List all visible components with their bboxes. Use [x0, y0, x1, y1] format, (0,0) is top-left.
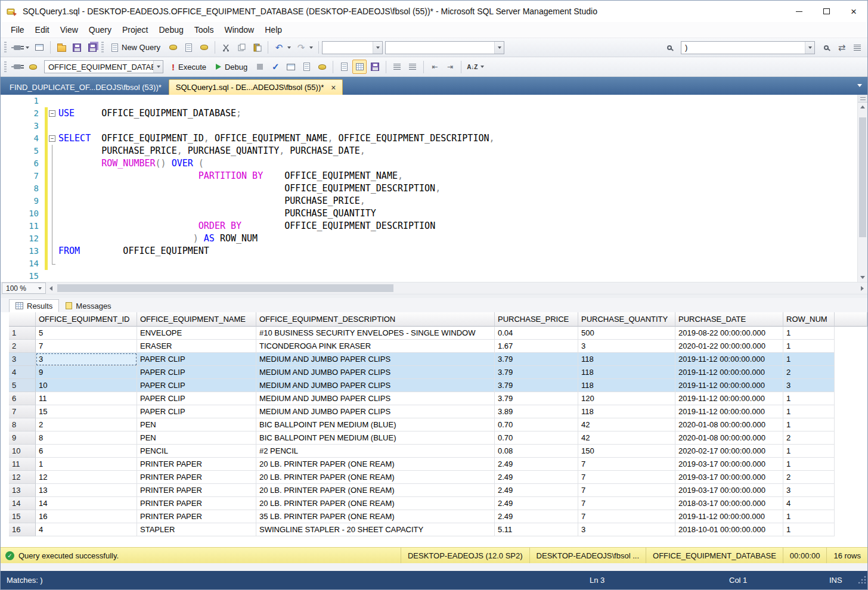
menu-item-project[interactable]: Project [117, 23, 154, 37]
editor-line[interactable]: 8 OFFICE_EQUIPMENT_DESCRIPTION, [1, 182, 857, 195]
debug-button[interactable]: Debug [211, 61, 252, 73]
grid-cell[interactable]: 16 [36, 510, 137, 523]
grid-row-3[interactable]: 33PAPER CLIPMEDIUM AND JUMBO PAPER CLIPS… [9, 353, 867, 366]
analysis-query-icon[interactable] [181, 41, 196, 55]
toolbar-grip[interactable] [4, 42, 7, 53]
menu-item-tools[interactable]: Tools [189, 23, 219, 37]
grid-cell[interactable]: ENVELOPE [137, 327, 256, 340]
column-header-office_equipment_description[interactable]: OFFICE_EQUIPMENT_DESCRIPTION [256, 312, 495, 327]
grid-cell[interactable]: 1 [36, 458, 137, 471]
menu-item-window[interactable]: Window [219, 23, 259, 37]
grid-cell[interactable]: MEDIUM AND JUMBO PAPER CLIPS [256, 392, 495, 405]
grid-cell[interactable]: 1 [783, 353, 835, 366]
quick-find-icon[interactable] [819, 41, 833, 55]
grid-cell[interactable]: 3.79 [495, 366, 578, 379]
grid-cell[interactable]: 1 [783, 340, 835, 353]
navigate-icon[interactable]: ⇄ [835, 41, 849, 55]
grid-cell[interactable]: 1 [783, 523, 835, 536]
tab-results[interactable]: Results [9, 299, 59, 312]
grid-row-11[interactable]: 111PRINTER PAPER20 LB. PRINTER PAPER (ON… [9, 458, 867, 471]
grid-cell[interactable]: 20 LB. PRINTER PAPER (ONE REAM) [256, 471, 495, 484]
row-number[interactable]: 8 [9, 418, 36, 431]
available-databases-combo[interactable]: OFFICE_EQUIPMENT_DATAB [44, 60, 163, 73]
row-number[interactable]: 1 [9, 327, 36, 340]
grid-cell[interactable]: 2018-03-17 00:00:00.000 [675, 497, 783, 510]
grid-cell[interactable]: 3 [783, 379, 835, 392]
scroll-down-icon[interactable] [858, 273, 867, 282]
grid-cell[interactable]: PRINTER PAPER [137, 458, 256, 471]
grid-cell[interactable]: ERASER [137, 340, 256, 353]
menu-item-edit[interactable]: Edit [30, 23, 55, 37]
process-combo[interactable] [385, 41, 504, 54]
grid-cell[interactable]: 2019-11-12 00:00:00.000 [675, 366, 783, 379]
grid-cell[interactable]: 118 [578, 379, 675, 392]
grid-cell[interactable]: 3 [578, 523, 675, 536]
row-number[interactable]: 9 [9, 431, 36, 445]
grid-cell[interactable]: 4 [36, 523, 137, 536]
tab-messages[interactable]: Messages [59, 299, 117, 312]
minimize-button[interactable] [785, 1, 813, 22]
grid-cell[interactable]: 2020-02-17 00:00:00.000 [675, 445, 783, 458]
grid-cell[interactable]: 2.49 [495, 510, 578, 523]
grid-cell[interactable]: 0.70 [495, 431, 578, 445]
menu-item-view[interactable]: View [55, 23, 83, 37]
grid-cell[interactable]: 13 [36, 484, 137, 497]
editor-line[interactable]: 11 ORDER BY OFFICE_EQUIPMENT_DESCRIPTION [1, 220, 857, 232]
grid-cell[interactable]: MEDIUM AND JUMBO PAPER CLIPS [256, 379, 495, 392]
splitter-handle[interactable] [858, 95, 867, 103]
editor-line[interactable]: 12 ) AS ROW_NUM [1, 232, 857, 245]
editor-line[interactable]: 13FROM OFFICE_EQUIPMENT [1, 245, 857, 257]
results-splitter[interactable] [1, 294, 867, 298]
database-engine-query-icon[interactable] [166, 41, 180, 55]
database-dropdown-icon[interactable] [153, 61, 163, 73]
grid-cell[interactable]: 20 LB. PRINTER PAPER (ONE REAM) [256, 497, 495, 510]
grid-cell[interactable]: STAPLER [137, 523, 256, 536]
grid-cell[interactable]: 2020-01-22 00:00:00.000 [675, 340, 783, 353]
editor-line[interactable]: 14 [1, 257, 857, 270]
grid-cell[interactable]: 2 [783, 366, 835, 379]
grid-row-7[interactable]: 715PAPER CLIPMEDIUM AND JUMBO PAPER CLIP… [9, 405, 867, 418]
grid-cell[interactable]: 5 [36, 327, 137, 340]
grid-cell[interactable]: PAPER CLIP [137, 379, 256, 392]
grid-cell[interactable]: 2019-08-22 00:00:00.000 [675, 327, 783, 340]
debug-location-combo[interactable] [322, 41, 383, 54]
grid-cell[interactable]: PENCIL [137, 445, 256, 458]
comment-icon[interactable] [390, 60, 404, 74]
grid-cell[interactable]: 0.08 [495, 445, 578, 458]
grid-cell[interactable]: #10 BUSINESS SECURITY ENVELOPES - SINGLE… [256, 327, 495, 340]
row-number[interactable]: 4 [9, 366, 36, 379]
grid-cell[interactable]: PRINTER PAPER [137, 471, 256, 484]
row-number[interactable]: 11 [9, 458, 36, 471]
grid-cell[interactable]: 42 [578, 418, 675, 431]
close-button[interactable]: × [840, 1, 867, 22]
copy-icon[interactable] [234, 41, 249, 55]
column-header-office_equipment_id[interactable]: OFFICE_EQUIPMENT_ID [36, 312, 137, 327]
change-connection-icon[interactable] [26, 60, 40, 74]
grid-cell[interactable]: 2.49 [495, 471, 578, 484]
grid-cell[interactable]: SWINGLINE STAPLER - 20 SHEET CAPACITY [256, 523, 495, 536]
row-number[interactable]: 16 [9, 523, 36, 536]
code-area[interactable]: 12−USE OFFICE_EQUIPMENT_DATABASE;34−SELE… [1, 95, 857, 282]
grid-cell[interactable]: 2019-03-17 00:00:00.000 [675, 471, 783, 484]
grid-row-12[interactable]: 1212PRINTER PAPER20 LB. PRINTER PAPER (O… [9, 471, 867, 484]
grid-cell[interactable]: 0.04 [495, 327, 578, 340]
undo-dropdown-icon[interactable] [287, 46, 291, 49]
grid-cell[interactable]: 5.11 [495, 523, 578, 536]
row-number[interactable]: 12 [9, 471, 36, 484]
save-icon[interactable] [70, 41, 84, 55]
editor-line[interactable]: 10 PURCHASE_QUANTITY [1, 207, 857, 220]
row-number[interactable]: 10 [9, 445, 36, 458]
grid-cell[interactable]: 2019-03-17 00:00:00.000 [675, 458, 783, 471]
grid-cell[interactable]: 120 [578, 392, 675, 405]
zoom-dropdown-icon[interactable] [36, 283, 45, 293]
menu-item-query[interactable]: Query [83, 23, 117, 37]
grid-cell[interactable]: 42 [578, 431, 675, 445]
zoom-combo[interactable]: 100 % [2, 282, 46, 294]
grid-cell[interactable]: 3.89 [495, 405, 578, 418]
grid-cell[interactable]: 7 [578, 510, 675, 523]
grid-cell[interactable]: 14 [36, 497, 137, 510]
results-to-file-icon[interactable] [368, 60, 382, 74]
paste-icon[interactable] [250, 41, 264, 55]
grid-cell[interactable]: 2019-11-12 00:00:00.000 [675, 392, 783, 405]
grid-cell[interactable]: 10 [36, 379, 137, 392]
